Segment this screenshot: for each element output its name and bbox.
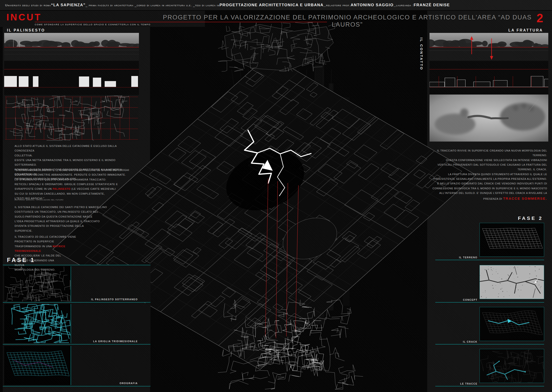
paragraph-sistema-catacombe: IL SISTEMA DELLE CATACOMBE DEI SANTI PIE…: [14, 205, 137, 233]
header-professor-name: ANTONINO SAGGIO_: [351, 3, 396, 7]
red-drop-lines: [265, 178, 298, 338]
god-figure-group: [500, 103, 545, 131]
page-number: 2: [533, 11, 547, 25]
elevation-profile-left: [4, 61, 139, 95]
paragraph-frattura: IL TRACCIATO RIVIVE IN SUPERFICIE CREAND…: [431, 148, 547, 202]
thumbnail-griglia-tridimensionale: [4, 304, 71, 343]
project-tagline: COME SFONDARE LA SUPERFICIE DELLO SPAZIO…: [35, 23, 151, 26]
paragraph-text: IL TRACCIATO RIVIVE IN SUPERFICIE CREAND…: [433, 149, 547, 200]
paragraph-text: IL TRACCIATO 2D DELLE CATACOMBE VIENE PR…: [14, 235, 76, 248]
catacomb-map-red-grid: [4, 95, 139, 141]
quote-sterro-archeologico: "STERRO ARCHEOLOGICO: (...), COME UN DIS…: [14, 168, 137, 201]
right-section-heading: LA FRATTURA: [463, 28, 543, 32]
fase1-label-2: LA GRIGLIA TRIDIMESIONALE: [93, 340, 138, 343]
elevation-profile-right: [429, 61, 548, 95]
fase2-row-concept: CONCEPT: [435, 265, 544, 303]
creation-of-adam-fresco: [429, 95, 548, 141]
poster-board: Università degli studi di roma “LA SAPIE…: [0, 0, 552, 392]
fase1-label-1: IL PALINSESTO SOTTERRANEO: [91, 298, 138, 301]
fase2-row-crack: IL CRACK: [435, 307, 544, 344]
fase1-row-orografia: OROGRAFIA: [3, 345, 151, 386]
header-text: laureanda :: [396, 3, 414, 7]
header-text: relaotore prof.: [326, 3, 351, 7]
catacomb-network-core: [255, 321, 324, 371]
thumbnail-crack: [480, 307, 544, 341]
fase1-label-3: OROGRAFIA: [119, 382, 138, 385]
connection-lines: [232, 70, 339, 324]
fase2-row-tracce: LE TRACCE: [435, 349, 544, 386]
panorama-photo-left: [4, 33, 139, 61]
white-down-arrow: [262, 160, 273, 171]
paragraph-highlight-tracce-sommerse: TRACCE SOMMERSE.: [503, 196, 547, 200]
fase-1-heading: FASE 1: [7, 257, 35, 263]
panorama-photo-right: [429, 33, 548, 61]
fase2-row-terreno: IL TERRENO: [435, 223, 544, 260]
fase2-label-3: IL CRACK: [463, 340, 477, 343]
quote-highlight-palinsesto: PALINSESTO: [53, 187, 70, 190]
fase-2-heading: FASE 2: [486, 216, 543, 221]
header-text: _ prima facoltà di architettura _corso d…: [86, 3, 220, 7]
catacomb-network-lower: [218, 300, 363, 389]
project-subtitle: PROGETTO PER LA VALORIZZAZIONE DEL PATRI…: [162, 14, 532, 28]
paragraph-tracciato-2d: IL TRACCIATO 2D DELLE CATACOMBE VIENE PR…: [14, 234, 137, 272]
quote-text: "STERRO ARCHEOLOGICO: (...), COME UN DIS…: [14, 169, 129, 190]
fase2-label-2: CONCEPT: [463, 298, 477, 301]
white-crack-path: [244, 130, 311, 196]
university-header-bar: Università degli studi di roma “LA SAPIE…: [0, 0, 552, 11]
thumbnail-terreno: [480, 223, 544, 257]
project-title: INCUT: [7, 12, 42, 22]
floating-surface-mesh: [218, 22, 338, 71]
fase1-row-griglia-tridimensionale: LA GRIGLIA TRIDIMESIONALE: [3, 303, 151, 344]
header-student-name: FRANZÈ DENISE: [414, 3, 450, 7]
thumbnail-concept-crack-photo: [480, 265, 544, 299]
vertical-section-label: IL CONTATTO: [420, 37, 423, 84]
fase2-label-4: LE TRACCE: [460, 382, 477, 385]
header-text: Università degli studi di roma: [5, 3, 51, 7]
fase2-label-1: IL TERRENO: [459, 256, 477, 259]
quote-attribution: Antonino Saggio, Trivellazioni nel futur…: [14, 198, 63, 201]
header-thesis-subject: PROGETTAZIONE ARCHITETTONICA E URBANA_: [220, 3, 326, 7]
header-university-name: “LA SAPIENZA”: [51, 3, 85, 7]
thumbnail-tracce: [480, 349, 544, 383]
thumbnail-orografia: [4, 346, 71, 385]
light-columns: [255, 49, 350, 336]
left-section-heading: IL PALINSESTO: [7, 28, 45, 32]
